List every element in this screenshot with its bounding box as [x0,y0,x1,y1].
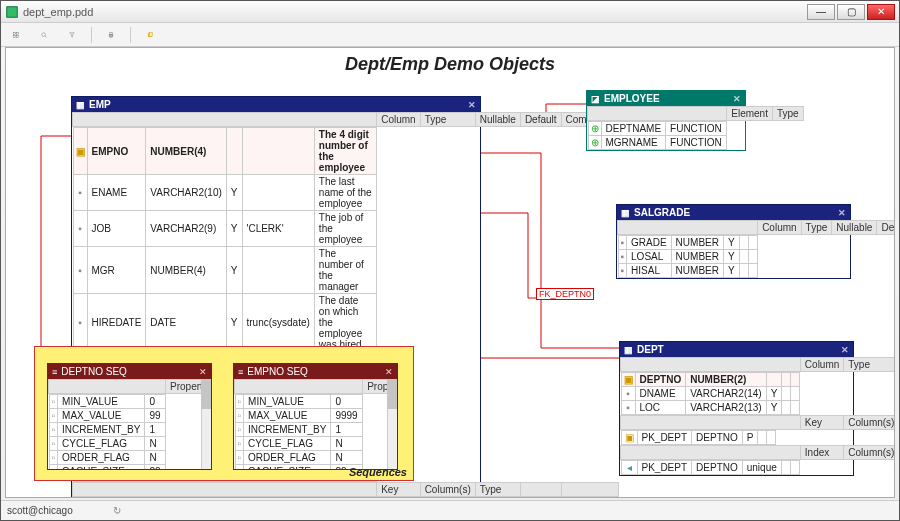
property-icon: ▫ [52,466,56,469]
filter-icon[interactable] [63,26,81,44]
table-row[interactable]: ▪HISALNUMBERY [618,264,757,278]
table-row[interactable]: ▪ENAMEVARCHAR2(10)YThe last name of the … [73,175,376,211]
key-name: PK_DEPT [637,461,692,475]
svg-marker-7 [70,32,75,37]
column-nullable: Y [226,247,242,294]
table-row[interactable]: ▪LOSALNUMBERY [618,250,757,264]
grid-icon[interactable] [7,26,25,44]
table-row[interactable]: ⊕DEPTNAMEFUNCTION [588,122,726,136]
table-row[interactable]: ▫ORDER_FLAGN [49,451,165,465]
col-type: VARCHAR2(13) [686,401,767,415]
sequences-group[interactable]: ≡ DEPTNO SEQ ✕ Property Value ▫MIN_VALUE… [34,346,414,481]
cell [739,250,748,264]
property-icon: ▫ [52,438,56,449]
close-icon[interactable]: ✕ [841,345,849,355]
scrollbar[interactable] [201,379,211,469]
scrollbar-thumb[interactable] [387,379,397,409]
close-icon[interactable]: ✕ [838,208,846,218]
key-icon: ◂ [621,461,637,475]
app-icon [5,5,19,19]
col-icon: ▪ [78,265,82,276]
table-row[interactable]: ▫INCREMENT_BY1 [49,423,165,437]
entity-salgrade[interactable]: ▦ SALGRADE ✕ Column Type Nullable Defaul… [616,204,851,279]
pk-icon: ▣ [624,374,633,385]
minimize-button[interactable]: — [807,4,835,20]
column-name: HIREDATE [87,294,146,352]
print-icon[interactable] [102,26,120,44]
table-row[interactable]: ▫CYCLE_FLAGN [49,437,165,451]
table-row[interactable]: ▫MIN_VALUE0 [235,395,362,409]
cell [748,264,757,278]
table-row[interactable]: ⊕MGRNAMEFUNCTION [588,136,726,150]
table-row[interactable]: ▣EMPNONUMBER(4)The 4 digit number of the… [73,128,376,175]
entity-salgrade-header[interactable]: ▦ SALGRADE ✕ [617,205,850,220]
entity-dept[interactable]: ▦ DEPT ✕ Column Type Nullable Default Co… [619,341,854,476]
table-row[interactable]: ▣PK_EMPEMPNOP [73,498,243,499]
table-row[interactable]: ▪HIREDATEDATEYtrunc(sysdate)The date on … [73,294,376,352]
cell [781,461,790,475]
cell [739,264,748,278]
entity-emp-header[interactable]: ▦ EMP ✕ [72,97,480,112]
col-icon: ▪ [78,187,82,198]
entity-dept-header[interactable]: ▦ DEPT ✕ [620,342,853,357]
column-type: VARCHAR2(9) [146,211,227,247]
diagram-canvas[interactable]: Dept/Emp Demo Objects ▦ EMP ✕ Co [6,48,894,497]
header-null: Nullable [832,221,877,235]
entity-salgrade-title: SALGRADE [634,207,690,218]
close-icon[interactable]: ✕ [385,367,393,377]
close-icon[interactable]: ✕ [733,94,741,104]
close-icon[interactable]: ✕ [199,367,207,377]
zoom-icon[interactable] [35,26,53,44]
col-icon: ▪ [78,223,82,234]
cell [758,431,767,445]
key-type: P [209,498,225,499]
table-row[interactable]: ▣DEPTNONUMBER(2) [621,373,800,387]
table-row[interactable]: ▪MGRNUMBER(4)YThe number of the manager [73,247,376,294]
key-name: PK_EMP [89,498,158,499]
col-type: NUMBER [671,236,723,250]
header-col: Column [800,358,843,372]
entity-employee[interactable]: ◪ EMPLOYEE ✕ Element Type ⊕DEPTNAMEFUNCT… [586,90,746,151]
table-row[interactable]: ▫MAX_VALUE9999 [235,409,362,423]
property-icon: ▫ [49,423,58,437]
entity-employee-header[interactable]: ◪ EMPLOYEE ✕ [587,91,745,106]
svg-rect-0 [7,6,18,17]
status-refresh-icon[interactable]: ↻ [113,505,121,516]
header-index: Index [800,446,843,460]
sequence-deptno[interactable]: ≡ DEPTNO SEQ ✕ Property Value ▫MIN_VALUE… [47,363,212,470]
header-icon-col [73,113,377,127]
close-button[interactable]: ✕ [867,4,895,20]
table-row[interactable]: ▫MIN_VALUE0 [49,395,165,409]
sequence-deptno-header[interactable]: ≡ DEPTNO SEQ ✕ [48,364,211,379]
copy-icon[interactable] [141,26,159,44]
table-row[interactable]: ▫INCREMENT_BY1 [235,423,362,437]
scrollbar[interactable] [387,379,397,469]
col-null: Y [766,401,782,415]
column-type: DATE [146,294,227,352]
table-row[interactable]: ▪LOCVARCHAR2(13)Y [621,401,800,415]
table-row[interactable]: ▪GRADENUMBERY [618,236,757,250]
sequence-empno[interactable]: ≡ EMPNO SEQ ✕ Property Value ▫MIN_VALUE0… [233,363,398,470]
table-row[interactable]: ▫CACHE_SIZE20 [49,465,165,470]
table-row[interactable]: ▫CACHE_SIZE20 [235,465,362,470]
table-row[interactable]: ▫MAX_VALUE99 [49,409,165,423]
table-row[interactable]: ▪DNAMEVARCHAR2(14)Y [621,387,800,401]
col-name: LOSAL [627,250,672,264]
table-row[interactable]: ▣PK_DEPTDEPTNOP [621,431,776,445]
property-name: MAX_VALUE [244,409,331,423]
status-bar: scott@chicago ↻ [1,500,899,520]
close-icon[interactable]: ✕ [468,100,476,110]
table-row[interactable]: ▫CYCLE_FLAGN [235,437,362,451]
table-row[interactable]: ▫ORDER_FLAGN [235,451,362,465]
column-default [242,128,314,175]
sequence-empno-header[interactable]: ≡ EMPNO SEQ ✕ [234,364,397,379]
table-row[interactable]: ▪JOBVARCHAR2(9)Y'CLERK'The job of the em… [73,211,376,247]
property-icon: ▫ [238,452,242,463]
maximize-button[interactable]: ▢ [837,4,865,20]
column-icon: ▪ [618,264,627,278]
toolbar-separator [130,27,131,43]
col-icon: ▪ [626,388,630,399]
column-type: VARCHAR2(10) [146,175,227,211]
table-row[interactable]: ◂PK_DEPTDEPTNOunique [621,461,799,475]
scrollbar-thumb[interactable] [201,379,211,409]
